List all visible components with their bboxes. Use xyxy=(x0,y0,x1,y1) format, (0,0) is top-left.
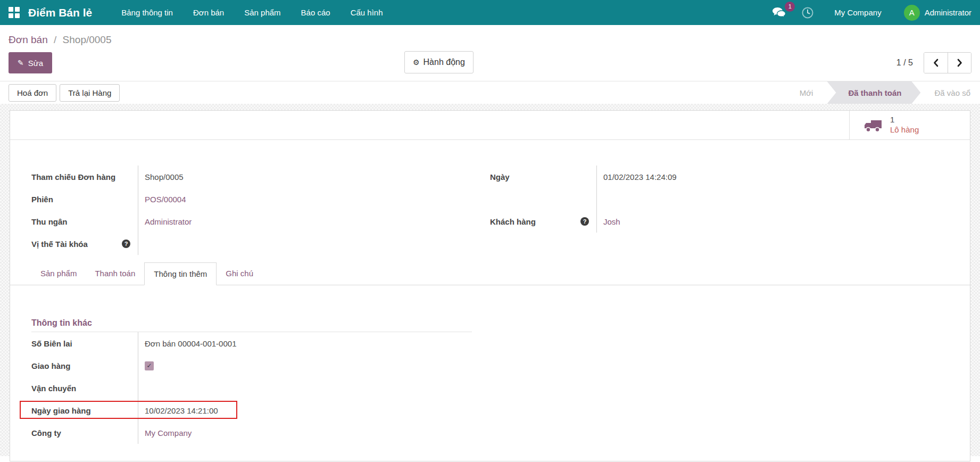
app-brand[interactable]: Điểm Bán lẻ xyxy=(28,6,92,19)
field-label: Phiên xyxy=(31,188,138,210)
field-row-date: Ngày 01/02/2023 14:24:09 xyxy=(490,166,949,188)
pager: 1 / 5 xyxy=(896,52,971,73)
chevron-left-icon xyxy=(933,59,939,67)
field-label: Vận chuyển xyxy=(31,377,138,399)
tab-products[interactable]: Sản phẩm xyxy=(31,262,86,285)
field-row-shipping: Vận chuyển xyxy=(31,377,472,399)
statusbar: Mới Đã thanh toán Đã vào sổ xyxy=(786,81,980,104)
field-label: Công ty xyxy=(31,422,138,444)
breadcrumb-current: Shop/0005 xyxy=(63,34,112,45)
pencil-icon: ✎ xyxy=(18,59,24,67)
field-value: My Company xyxy=(138,422,472,444)
edit-button[interactable]: ✎ Sửa xyxy=(9,52,52,73)
field-group-right: Ngày 01/02/2023 14:24:09 Khách hàng ? Jo… xyxy=(490,166,949,255)
tab-payments[interactable]: Thanh toán xyxy=(86,262,144,285)
field-row-order-ref: Tham chiếu Đơn hàng Shop/0005 xyxy=(31,166,490,188)
chevron-right-icon xyxy=(957,59,963,67)
delivery-checkbox-checked[interactable]: ✓ xyxy=(145,361,154,370)
field-value: Đơn bán 00004-001-0001 xyxy=(138,332,472,354)
field-value: ✓ xyxy=(138,354,472,377)
field-row-delivery-date: Ngày giao hàng 10/02/2023 14:21:00 xyxy=(31,399,472,422)
form-view-background: 1 Lô hàng Tham chiếu Đơn hàng Shop/0005 … xyxy=(0,104,980,456)
pager-previous-button[interactable] xyxy=(924,53,948,73)
apps-grid-icon[interactable] xyxy=(9,7,20,18)
other-info-group: Số Biên lai Đơn bán 00004-001-0001 Giao … xyxy=(31,332,472,444)
field-row-cashier: Thu ngân Administrator xyxy=(31,210,490,233)
user-menu[interactable]: A Administrator xyxy=(894,5,971,21)
field-label: Ngày giao hàng xyxy=(31,399,138,422)
form-sheet: 1 Lô hàng Tham chiếu Đơn hàng Shop/0005 … xyxy=(10,110,970,461)
tab-content-extra-info: Thông tin khác Số Biên lai Đơn bán 00004… xyxy=(31,285,949,444)
field-row-customer: Khách hàng ? Josh xyxy=(490,210,949,233)
user-name: Administrator xyxy=(925,8,971,17)
messages-icon[interactable]: 1 xyxy=(765,7,794,19)
menu-products[interactable]: Sản phẩm xyxy=(234,0,290,25)
tab-extra-info[interactable]: Thông tin thêm xyxy=(144,262,217,285)
help-icon[interactable]: ? xyxy=(122,240,130,248)
menu-config[interactable]: Cấu hình xyxy=(340,0,393,25)
button-box: 1 Lô hàng xyxy=(10,111,970,140)
breadcrumb-parent-link[interactable]: Đơn bán xyxy=(9,34,48,45)
status-paid: Đã thanh toán xyxy=(827,81,920,104)
field-group: Tham chiếu Đơn hàng Shop/0005 Phiên POS/… xyxy=(31,166,949,255)
field-label: Tham chiếu Đơn hàng xyxy=(31,166,138,188)
main-menu: Bảng thông tin Đơn bán Sản phẩm Báo cáo … xyxy=(111,0,393,25)
breadcrumb: Đơn bán / Shop/0005 xyxy=(0,25,980,48)
field-label: Khách hàng ? xyxy=(490,210,596,233)
status-new[interactable]: Mới xyxy=(786,81,827,104)
field-value: POS/00004 xyxy=(138,188,490,210)
breadcrumb-separator: / xyxy=(51,34,60,45)
field-value xyxy=(138,233,490,255)
notebook-tabs: Sản phẩm Thanh toán Thông tin thêm Ghi c… xyxy=(10,262,970,285)
field-row-fiscal-position: Vị thế Tài khóa ? xyxy=(31,233,490,255)
field-value xyxy=(138,377,472,399)
shipments-count: 1 xyxy=(890,115,919,125)
field-value: 10/02/2023 14:21:00 xyxy=(138,399,472,422)
field-value: 01/02/2023 14:24:09 xyxy=(596,166,949,188)
company-link[interactable]: My Company xyxy=(145,428,192,438)
tab-notes[interactable]: Ghi chú xyxy=(217,262,262,285)
session-link[interactable]: POS/00004 xyxy=(145,195,186,204)
field-label: Vị thế Tài khóa ? xyxy=(31,233,138,255)
field-row-session: Phiên POS/00004 xyxy=(31,188,490,210)
field-group-left: Tham chiếu Đơn hàng Shop/0005 Phiên POS/… xyxy=(31,166,490,255)
field-value: Josh xyxy=(596,210,949,233)
top-navbar: Điểm Bán lẻ Bảng thông tin Đơn bán Sản p… xyxy=(0,0,980,25)
field-row-receipt: Số Biên lai Đơn bán 00004-001-0001 xyxy=(31,332,472,354)
help-icon[interactable]: ? xyxy=(580,217,589,226)
status-row: Hoá đơn Trả lại Hàng Mới Đã thanh toán Đ… xyxy=(0,81,980,104)
field-label: Số Biên lai xyxy=(31,332,138,354)
action-button[interactable]: ⚙ Hành động xyxy=(404,51,474,73)
shipments-label: Lô hàng xyxy=(890,125,919,135)
customer-link[interactable]: Josh xyxy=(603,217,620,226)
pager-counter: 1 / 5 xyxy=(896,58,913,68)
avatar: A xyxy=(904,5,920,21)
section-title: Thông tin khác xyxy=(31,318,472,332)
menu-dashboard[interactable]: Bảng thông tin xyxy=(111,0,183,25)
status-posted[interactable]: Đã vào sổ xyxy=(920,81,980,104)
invoice-button[interactable]: Hoá đơn xyxy=(9,84,56,102)
activity-clock-icon[interactable] xyxy=(794,6,821,19)
field-label: Ngày xyxy=(490,166,596,188)
gear-icon: ⚙ xyxy=(413,58,420,67)
menu-orders[interactable]: Đơn bán xyxy=(183,0,234,25)
return-products-button[interactable]: Trả lại Hàng xyxy=(60,84,120,102)
cashier-link[interactable]: Administrator xyxy=(145,217,192,226)
field-row-spacer xyxy=(490,188,949,210)
field-row-company: Công ty My Company xyxy=(31,422,472,444)
company-switcher[interactable]: My Company xyxy=(821,8,894,17)
menu-reports[interactable]: Báo cáo xyxy=(291,0,340,25)
pager-next-button[interactable] xyxy=(948,53,971,73)
field-value: Shop/0005 xyxy=(138,166,490,188)
field-value: Administrator xyxy=(138,210,490,233)
field-label: Giao hàng xyxy=(31,354,138,377)
field-row-delivery: Giao hàng ✓ xyxy=(31,354,472,377)
control-panel: ✎ Sửa ⚙ Hành động 1 / 5 xyxy=(0,48,980,81)
truck-icon xyxy=(863,118,883,133)
shipments-smart-button[interactable]: 1 Lô hàng xyxy=(849,111,970,139)
field-label: Thu ngân xyxy=(31,210,138,233)
